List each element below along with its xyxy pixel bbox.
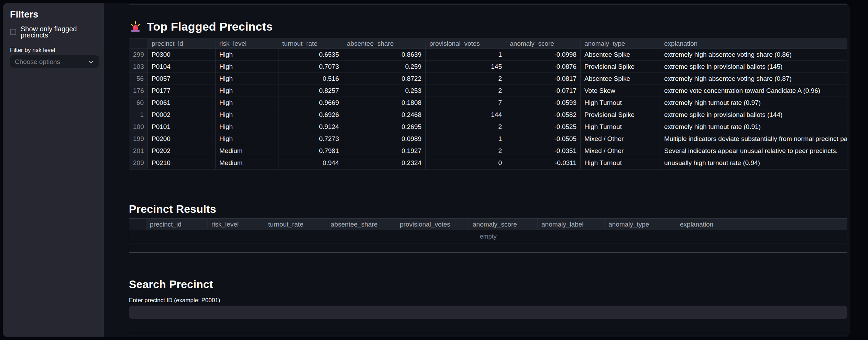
table-cell[interactable]: 0.2324 bbox=[343, 157, 426, 169]
column-header[interactable]: anomaly_score bbox=[506, 39, 581, 49]
table-cell[interactable]: 2 bbox=[426, 121, 506, 133]
table-cell[interactable]: 2 bbox=[426, 145, 506, 157]
table-cell[interactable]: Medium bbox=[216, 145, 278, 157]
table-cell[interactable]: 0.8257 bbox=[278, 85, 343, 97]
table-cell[interactable]: 0.6926 bbox=[278, 109, 343, 121]
table-cell[interactable]: 0.7273 bbox=[278, 133, 343, 145]
table-cell[interactable]: P0202 bbox=[148, 145, 216, 157]
table-cell[interactable]: 0.7981 bbox=[278, 145, 343, 157]
table-cell[interactable]: 0.2468 bbox=[343, 109, 426, 121]
table-cell[interactable]: P0101 bbox=[148, 121, 216, 133]
row-index-cell[interactable]: 201 bbox=[129, 145, 148, 157]
table-cell[interactable]: 0.516 bbox=[278, 73, 343, 85]
table-cell[interactable]: -0.0311 bbox=[506, 157, 581, 169]
row-index-cell[interactable]: 56 bbox=[129, 73, 148, 85]
table-cell[interactable]: -0.0593 bbox=[506, 97, 581, 109]
table-cell[interactable]: 1 bbox=[426, 49, 506, 61]
precinct-search-input[interactable] bbox=[129, 306, 847, 319]
table-cell[interactable]: 2 bbox=[426, 85, 506, 97]
table-cell[interactable]: -0.0717 bbox=[506, 85, 581, 97]
table-cell[interactable]: Vote Skew bbox=[581, 85, 660, 97]
table-cell[interactable]: 0.9124 bbox=[278, 121, 343, 133]
table-cell[interactable]: High bbox=[216, 73, 278, 85]
table-cell[interactable]: High bbox=[216, 85, 278, 97]
table-cell[interactable]: High Turnout bbox=[581, 121, 660, 133]
row-index-cell[interactable]: 100 bbox=[129, 121, 148, 133]
table-cell[interactable]: Multiple indicators deviate substantiall… bbox=[660, 133, 847, 145]
table-cell[interactable]: P0300 bbox=[148, 49, 216, 61]
row-index-cell[interactable]: 209 bbox=[129, 157, 148, 169]
table-cell[interactable]: 2 bbox=[426, 73, 506, 85]
row-index-cell[interactable]: 1 bbox=[129, 109, 148, 121]
table-cell[interactable]: 0 bbox=[426, 157, 506, 169]
table-cell[interactable]: 0.259 bbox=[343, 61, 426, 73]
table-cell[interactable]: 144 bbox=[426, 109, 506, 121]
table-cell[interactable]: extremely high turnout rate (0.97) bbox=[660, 97, 847, 109]
column-header[interactable]: anomaly_score bbox=[469, 219, 538, 230]
table-cell[interactable]: extreme vote concentration toward Candid… bbox=[660, 85, 847, 97]
column-header[interactable]: provisional_votes bbox=[426, 39, 506, 49]
row-index-cell[interactable]: 199 bbox=[129, 133, 148, 145]
index-column-header[interactable] bbox=[129, 39, 148, 49]
table-cell[interactable]: -0.0582 bbox=[506, 109, 581, 121]
column-header[interactable]: precinct_id bbox=[148, 39, 216, 49]
table-cell[interactable]: extreme spike in provisional ballots (14… bbox=[660, 109, 847, 121]
column-header[interactable]: turnout_rate bbox=[264, 219, 327, 230]
table-cell[interactable]: 0.2695 bbox=[343, 121, 426, 133]
table-cell[interactable]: High bbox=[216, 49, 278, 61]
index-column-header[interactable] bbox=[129, 219, 146, 230]
table-cell[interactable]: P0002 bbox=[148, 109, 216, 121]
column-header[interactable]: turnout_rate bbox=[278, 39, 343, 49]
table-cell[interactable]: Medium bbox=[216, 157, 278, 169]
table-cell[interactable]: High bbox=[216, 121, 278, 133]
table-cell[interactable]: High bbox=[216, 61, 278, 73]
table-cell[interactable]: -0.0817 bbox=[506, 73, 581, 85]
table-cell[interactable]: 0.0989 bbox=[343, 133, 426, 145]
table-cell[interactable]: -0.0876 bbox=[506, 61, 581, 73]
table-cell[interactable]: -0.0998 bbox=[506, 49, 581, 61]
column-header[interactable]: anomaly_type bbox=[581, 39, 660, 49]
table-cell[interactable]: P0200 bbox=[148, 133, 216, 145]
column-header[interactable]: precinct_id bbox=[146, 219, 208, 230]
column-header[interactable]: risk_level bbox=[208, 219, 264, 230]
table-cell[interactable]: P0061 bbox=[148, 97, 216, 109]
column-header[interactable]: anomaly_type bbox=[605, 219, 676, 230]
table-cell[interactable]: Absentee Spike bbox=[581, 49, 660, 61]
table-cell[interactable]: High bbox=[216, 109, 278, 121]
table-cell[interactable]: 0.6535 bbox=[278, 49, 343, 61]
table-cell[interactable]: Provisional Spike bbox=[581, 61, 660, 73]
table-cell[interactable]: 0.253 bbox=[343, 85, 426, 97]
table-cell[interactable]: Absentee Spike bbox=[581, 73, 660, 85]
table-cell[interactable]: -0.0505 bbox=[506, 133, 581, 145]
column-header[interactable]: risk_level bbox=[216, 39, 278, 49]
column-header[interactable]: absentee_share bbox=[327, 219, 396, 230]
table-cell[interactable]: -0.0351 bbox=[506, 145, 581, 157]
table-cell[interactable]: extremely high turnout rate (0.91) bbox=[660, 121, 847, 133]
table-cell[interactable]: 0.1927 bbox=[343, 145, 426, 157]
table-cell[interactable]: Several indicators appear unusual relati… bbox=[660, 145, 847, 157]
column-header[interactable]: provisional_votes bbox=[396, 219, 469, 230]
table-cell[interactable]: P0104 bbox=[148, 61, 216, 73]
table-cell[interactable]: extremely high absentee voting share (0.… bbox=[660, 49, 847, 61]
table-cell[interactable]: 0.9669 bbox=[278, 97, 343, 109]
table-cell[interactable]: 145 bbox=[426, 61, 506, 73]
table-cell[interactable]: 1 bbox=[426, 133, 506, 145]
row-index-cell[interactable]: 299 bbox=[129, 49, 148, 61]
row-index-cell[interactable]: 103 bbox=[129, 61, 148, 73]
flagged-precincts-table[interactable]: precinct_idrisk_levelturnout_rateabsente… bbox=[129, 39, 847, 169]
risk-level-select[interactable]: Choose options bbox=[10, 55, 99, 68]
table-cell[interactable]: High bbox=[216, 97, 278, 109]
table-cell[interactable]: High Turnout bbox=[581, 157, 660, 169]
table-cell[interactable]: 0.8639 bbox=[343, 49, 426, 61]
table-cell[interactable]: P0210 bbox=[148, 157, 216, 169]
flagged-precincts-checkbox[interactable] bbox=[10, 29, 16, 35]
column-header[interactable]: absentee_share bbox=[343, 39, 426, 49]
table-cell[interactable]: Mixed / Other bbox=[581, 133, 660, 145]
table-cell[interactable]: extremely high absentee voting share (0.… bbox=[660, 73, 847, 85]
table-cell[interactable]: Provisional Spike bbox=[581, 109, 660, 121]
table-cell[interactable]: High Turnout bbox=[581, 97, 660, 109]
row-index-cell[interactable]: 60 bbox=[129, 97, 148, 109]
flagged-precincts-checkbox-row[interactable]: Show only flagged precincts bbox=[10, 26, 99, 38]
table-cell[interactable]: P0057 bbox=[148, 73, 216, 85]
table-cell[interactable]: High bbox=[216, 133, 278, 145]
